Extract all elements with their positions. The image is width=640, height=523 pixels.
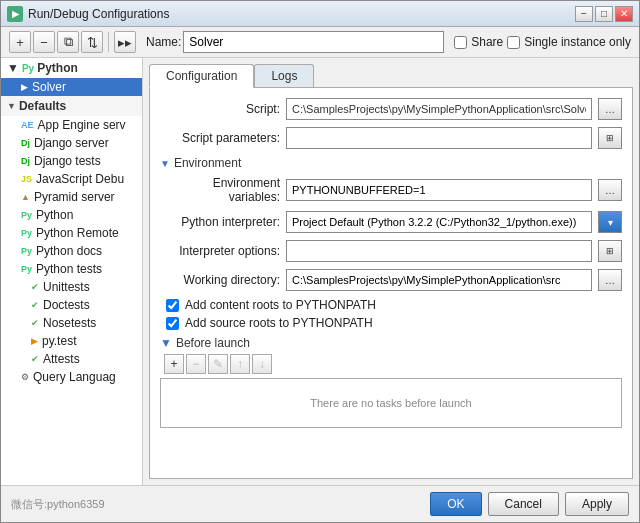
launch-add-button[interactable]: + bbox=[164, 354, 184, 374]
tree-sub-nosetests[interactable]: ✔ Nosetests bbox=[1, 314, 142, 332]
source-roots-row: Add source roots to PYTHONPATH bbox=[160, 316, 622, 330]
environment-section-header: ▼ Environment bbox=[160, 156, 622, 170]
tree-sub-unittests[interactable]: ✔ Unittests bbox=[1, 278, 142, 296]
django-tests-icon: Dj bbox=[21, 156, 30, 166]
share-checkbox[interactable] bbox=[454, 36, 467, 49]
attests-icon: ✔ bbox=[31, 354, 39, 364]
script-browse-button[interactable]: … bbox=[598, 98, 622, 120]
main-window: ▶ Run/Debug Configurations − □ ✕ + − ⧉ ⇅… bbox=[0, 0, 640, 523]
working-dir-input[interactable] bbox=[286, 269, 592, 291]
launch-up-button[interactable]: ↑ bbox=[230, 354, 250, 374]
defaults-header[interactable]: ▼ Defaults bbox=[1, 96, 142, 116]
tree-sub-doctests[interactable]: ✔ Doctests bbox=[1, 296, 142, 314]
unittests-label: Unittests bbox=[43, 280, 90, 294]
defaults-label: Defaults bbox=[19, 99, 66, 113]
close-button[interactable]: ✕ bbox=[615, 6, 633, 22]
title-bar: ▶ Run/Debug Configurations − □ ✕ bbox=[1, 1, 639, 27]
move-config-button[interactable]: ⇅ bbox=[81, 31, 103, 53]
launch-down-button[interactable]: ↓ bbox=[252, 354, 272, 374]
single-instance-checkbox[interactable] bbox=[507, 36, 520, 49]
unittests-icon: ✔ bbox=[31, 282, 39, 292]
add-config-button[interactable]: + bbox=[9, 31, 31, 53]
django-server-label: Django server bbox=[34, 136, 109, 150]
python-section-header[interactable]: ▼ Py Python bbox=[1, 58, 142, 78]
tree-item-django-tests[interactable]: Dj Django tests bbox=[1, 152, 142, 170]
tree-item-python[interactable]: Py Python bbox=[1, 206, 142, 224]
window-icon: ▶ bbox=[7, 6, 23, 22]
footer: 微信号:python6359 OK Cancel Apply bbox=[1, 485, 639, 522]
interpreter-label: Python interpreter: bbox=[160, 215, 280, 229]
interpreter-dropdown-button[interactable]: ▾ bbox=[598, 211, 622, 233]
js-label: JavaScript Debu bbox=[36, 172, 124, 186]
launch-placeholder: There are no tasks before launch bbox=[310, 397, 471, 409]
tree-item-python-remote[interactable]: Py Python Remote bbox=[1, 224, 142, 242]
tree-sub-attests[interactable]: ✔ Attests bbox=[1, 350, 142, 368]
django-tests-label: Django tests bbox=[34, 154, 101, 168]
interpreter-row: Python interpreter: ▾ bbox=[160, 211, 622, 233]
working-dir-row: Working directory: … bbox=[160, 269, 622, 291]
source-roots-label: Add source roots to PYTHONPATH bbox=[185, 316, 373, 330]
name-label: Name: bbox=[146, 35, 181, 49]
solver-label: Solver bbox=[32, 80, 66, 94]
share-area: Share Single instance only bbox=[454, 35, 631, 49]
launch-remove-button[interactable]: − bbox=[186, 354, 206, 374]
tree-item-js[interactable]: JS JavaScript Debu bbox=[1, 170, 142, 188]
attests-label: Attests bbox=[43, 352, 80, 366]
tab-bar: Configuration Logs bbox=[149, 64, 633, 87]
ok-button[interactable]: OK bbox=[430, 492, 481, 516]
tree-item-query[interactable]: ⚙ Query Languag bbox=[1, 368, 142, 386]
interp-options-input[interactable] bbox=[286, 240, 592, 262]
tab-logs[interactable]: Logs bbox=[254, 64, 314, 87]
toolbar-separator bbox=[108, 32, 109, 52]
remove-config-button[interactable]: − bbox=[33, 31, 55, 53]
source-roots-checkbox[interactable] bbox=[166, 317, 179, 330]
django-server-icon: Dj bbox=[21, 138, 30, 148]
tree-item-python-tests[interactable]: Py Python tests bbox=[1, 260, 142, 278]
python-tests-label: Python tests bbox=[36, 262, 102, 276]
tree-item-pyramid[interactable]: ▲ Pyramid server bbox=[1, 188, 142, 206]
config-name-input[interactable] bbox=[183, 31, 444, 53]
script-params-input[interactable] bbox=[286, 127, 592, 149]
cancel-button[interactable]: Cancel bbox=[488, 492, 559, 516]
script-input[interactable] bbox=[286, 98, 592, 120]
left-panel: ▼ Py Python ▶ Solver ▼ Defaults AE App E… bbox=[1, 58, 143, 485]
tree-item-appengine[interactable]: AE App Engine serv bbox=[1, 116, 142, 134]
tree-item-django-server[interactable]: Dj Django server bbox=[1, 134, 142, 152]
tree-item-python-docs[interactable]: Py Python docs bbox=[1, 242, 142, 260]
solver-item[interactable]: ▶ Solver bbox=[1, 78, 142, 96]
pytest-icon: ▶ bbox=[31, 336, 38, 346]
main-content: ▼ Py Python ▶ Solver ▼ Defaults AE App E… bbox=[1, 58, 639, 485]
expand-button[interactable]: ▸▸ bbox=[114, 31, 136, 53]
script-params-icon-button[interactable]: ⊞ bbox=[598, 127, 622, 149]
launch-edit-button[interactable]: ✎ bbox=[208, 354, 228, 374]
before-launch-header: ▼ Before launch bbox=[160, 336, 622, 350]
maximize-button[interactable]: □ bbox=[595, 6, 613, 22]
python-collapse-icon: ▼ bbox=[7, 61, 19, 75]
before-launch-triangle-icon: ▼ bbox=[160, 336, 172, 350]
env-vars-input[interactable] bbox=[286, 179, 592, 201]
minimize-button[interactable]: − bbox=[575, 6, 593, 22]
apply-button[interactable]: Apply bbox=[565, 492, 629, 516]
interp-options-row: Interpreter options: ⊞ bbox=[160, 240, 622, 262]
appengine-icon: AE bbox=[21, 120, 34, 130]
pyramid-label: Pyramid server bbox=[34, 190, 115, 204]
watermark: 微信号:python6359 bbox=[11, 497, 105, 512]
tree-sub-pytest[interactable]: ▶ py.test bbox=[1, 332, 142, 350]
interpreter-input[interactable] bbox=[286, 211, 592, 233]
script-row: Script: … bbox=[160, 98, 622, 120]
nosetests-icon: ✔ bbox=[31, 318, 39, 328]
env-vars-browse-button[interactable]: … bbox=[598, 179, 622, 201]
share-label: Share bbox=[471, 35, 503, 49]
window-title: Run/Debug Configurations bbox=[28, 7, 575, 21]
launch-toolbar: + − ✎ ↑ ↓ bbox=[160, 354, 622, 374]
env-triangle-icon: ▼ bbox=[160, 158, 170, 169]
working-dir-browse-button[interactable]: … bbox=[598, 269, 622, 291]
tab-content: Script: … Script parameters: ⊞ ▼ Environ… bbox=[149, 87, 633, 479]
js-icon: JS bbox=[21, 174, 32, 184]
content-roots-checkbox[interactable] bbox=[166, 299, 179, 312]
interp-options-browse-button[interactable]: ⊞ bbox=[598, 240, 622, 262]
working-dir-label: Working directory: bbox=[160, 273, 280, 287]
interp-options-label: Interpreter options: bbox=[160, 244, 280, 258]
copy-config-button[interactable]: ⧉ bbox=[57, 31, 79, 53]
tab-configuration[interactable]: Configuration bbox=[149, 64, 254, 88]
